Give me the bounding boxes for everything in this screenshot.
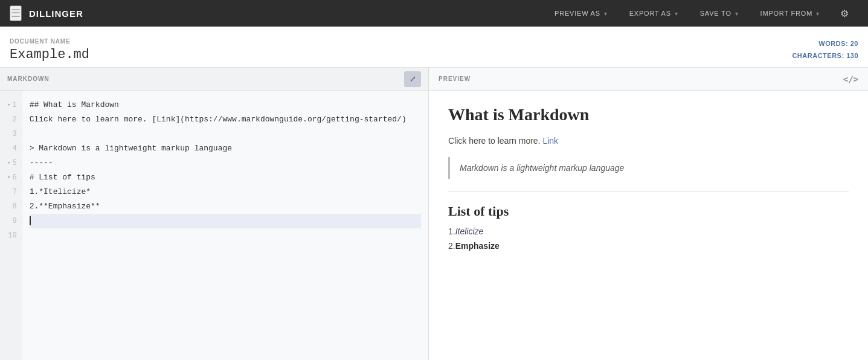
export-as-button[interactable]: EXPORT AS ▾ (619, 0, 689, 27)
fold-arrow-icon[interactable]: ▾ (7, 170, 10, 185)
preview-pane-header: PREVIEW </> (429, 68, 868, 91)
preview-h1: What is Markdown (448, 105, 849, 124)
markdown-label: MARKDOWN (7, 76, 50, 82)
code-line: Click here to learn more. [Link](https:/… (30, 112, 421, 127)
line-number: 2 (7, 112, 17, 127)
settings-button[interactable]: ⚙ (831, 0, 858, 27)
code-line: 2.**Emphasize** (30, 199, 421, 214)
preview-label: PREVIEW (439, 76, 471, 82)
expand-button[interactable]: ⤢ (404, 71, 421, 87)
list-item: 2.Emphasize (448, 241, 849, 251)
document-name[interactable]: Example.md (10, 47, 89, 62)
code-line: ## What is Markdown (30, 98, 421, 112)
chevron-down-icon: ▾ (675, 10, 678, 17)
preview-list: 1.Itelicize2.Emphasize (448, 227, 849, 251)
line-number: 8 (7, 199, 17, 214)
logo-area: ☰ DILLINGER (10, 5, 83, 21)
preview-content: What is Markdown Click here to learn mor… (429, 91, 868, 360)
code-line: > Markdown is a lightweight markup langu… (30, 141, 421, 156)
document-stats: WORDS: 20 CHARACTERS: 130 (792, 38, 858, 62)
char-count: CHARACTERS: 130 (792, 50, 858, 62)
code-line (30, 228, 421, 243)
code-line (30, 214, 421, 228)
line-number: ▾1 (7, 98, 17, 112)
code-line (30, 127, 421, 141)
line-number: ▾5 (7, 156, 17, 170)
line-number: ▾6 (7, 170, 17, 185)
preview-link[interactable]: Link (542, 136, 558, 146)
preview-pane: PREVIEW </> What is Markdown Click here … (429, 68, 868, 360)
preview-blockquote: Markdown is a lightweight markup languag… (448, 157, 849, 179)
chevron-down-icon: ▾ (816, 10, 820, 17)
document-name-area: DOCUMENT NAME Example.md (10, 38, 89, 62)
editor-area: MARKDOWN ⤢ ▾1234▾5▾678910 ## What is Mar… (0, 68, 868, 360)
html-view-button[interactable]: </> (843, 74, 858, 84)
chevron-down-icon: ▾ (604, 10, 608, 17)
code-line: # List of tips (30, 170, 421, 185)
save-to-button[interactable]: SAVE TO ▾ (689, 0, 750, 27)
hamburger-menu-button[interactable]: ☰ (10, 5, 22, 21)
markdown-pane: MARKDOWN ⤢ ▾1234▾5▾678910 ## What is Mar… (0, 68, 429, 360)
word-count: WORDS: 20 (792, 38, 858, 50)
chevron-down-icon: ▾ (735, 10, 739, 17)
preview-as-button[interactable]: PREVIEW AS ▾ (544, 0, 619, 27)
document-name-bar: DOCUMENT NAME Example.md WORDS: 20 CHARA… (0, 27, 868, 68)
top-navigation: ☰ DILLINGER PREVIEW AS ▾ EXPORT AS ▾ SAV… (0, 0, 868, 27)
preview-divider (448, 191, 849, 191)
preview-paragraph-1: Click here to learn more. Link (448, 134, 849, 147)
line-number: 10 (7, 228, 17, 243)
line-number: 4 (7, 141, 17, 156)
document-name-label: DOCUMENT NAME (10, 38, 89, 45)
line-numbers: ▾1234▾5▾678910 (0, 91, 22, 360)
markdown-pane-header: MARKDOWN ⤢ (0, 68, 428, 91)
import-from-button[interactable]: IMPORT FROM ▾ (750, 0, 831, 27)
code-content[interactable]: ## What is MarkdownClick here to learn m… (22, 91, 428, 360)
preview-h2: List of tips (448, 204, 849, 219)
fold-arrow-icon[interactable]: ▾ (7, 156, 10, 170)
code-line: ----- (30, 156, 421, 170)
line-number: 9 (7, 214, 17, 228)
line-number: 3 (7, 127, 17, 141)
code-line: 1.*Itelicize* (30, 185, 421, 199)
list-item: 1.Itelicize (448, 227, 849, 236)
code-editor[interactable]: ▾1234▾5▾678910 ## What is MarkdownClick … (0, 91, 428, 360)
nav-actions: PREVIEW AS ▾ EXPORT AS ▾ SAVE TO ▾ IMPOR… (544, 0, 858, 27)
line-number: 7 (7, 185, 17, 199)
app-logo: DILLINGER (29, 8, 83, 19)
fold-arrow-icon[interactable]: ▾ (7, 98, 10, 112)
